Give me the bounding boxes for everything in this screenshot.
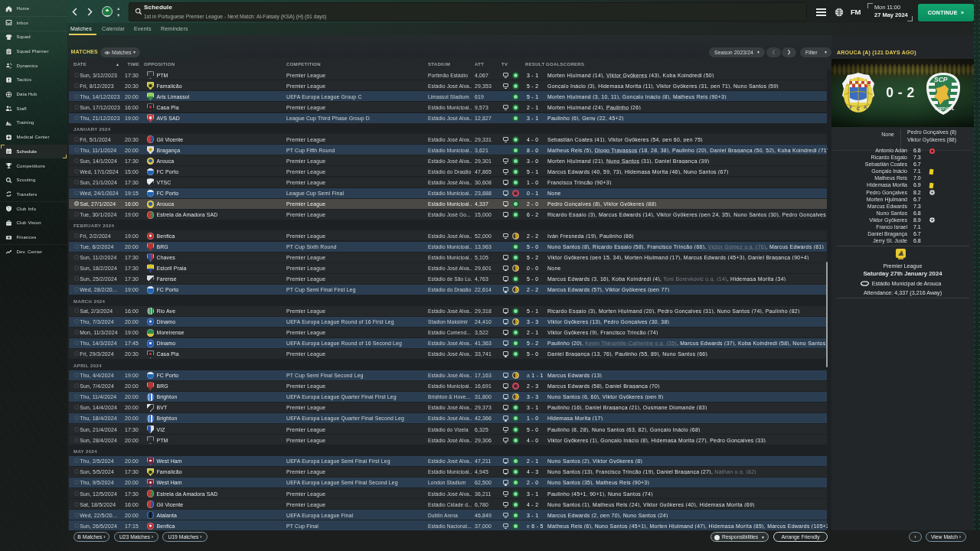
- svg-text:C: C: [857, 106, 860, 111]
- svg-text:PORTUGAL: PORTUGAL: [936, 107, 956, 111]
- svg-text:SCP: SCP: [934, 76, 948, 83]
- svg-text:A: A: [864, 105, 867, 109]
